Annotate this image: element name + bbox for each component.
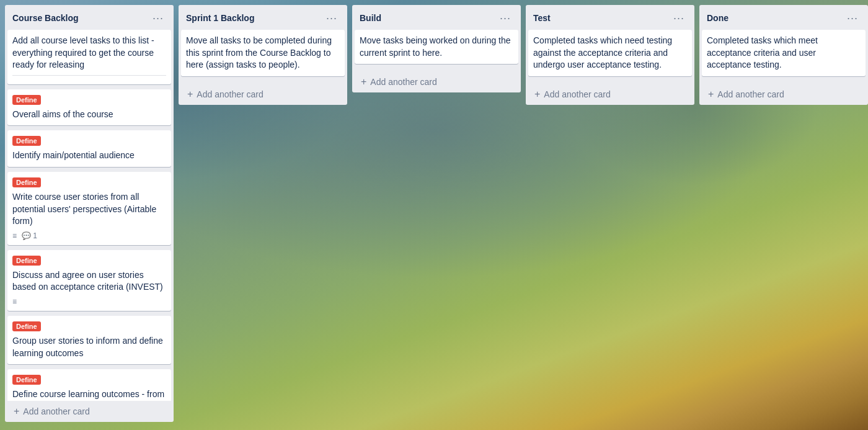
card-text: Write course user stories from all poten… — [12, 191, 166, 228]
column-sprint-1-backlog: Sprint 1 Backlog···Move all tasks to be … — [179, 5, 347, 105]
card-label: Define — [12, 177, 41, 187]
cards-container-sprint-1-backlog: Move all tasks to be completed during th… — [179, 30, 347, 84]
card-label: Define — [12, 375, 41, 385]
add-card-btn-test[interactable]: +Add another card — [528, 84, 692, 105]
card-label: Define — [12, 95, 41, 105]
add-card-btn-sprint-1-backlog[interactable]: +Add another card — [181, 84, 345, 105]
card-text: Overall aims of the course — [12, 109, 166, 121]
cards-container-build: Move tasks being worked on during the cu… — [352, 30, 521, 71]
add-card-btn-course-backlog[interactable]: +Add another card — [7, 401, 171, 422]
kanban-board: Course Backlog···Add all course level ta… — [0, 0, 868, 430]
lines-icon: ≡ — [12, 297, 17, 306]
card[interactable]: Move all tasks to be completed during th… — [181, 30, 345, 76]
plus-icon: + — [534, 89, 540, 100]
lines-icon: ≡ — [12, 231, 17, 240]
add-card-label: Add another card — [717, 89, 784, 99]
cards-container-done: Completed tasks which meet acceptance cr… — [699, 30, 868, 84]
card[interactable]: Completed tasks which meet acceptance cr… — [702, 30, 866, 76]
column-course-backlog: Course Backlog···Add all course level ta… — [5, 5, 174, 422]
add-card-label: Add another card — [370, 77, 436, 87]
card[interactable]: DefineDefine course learning outcomes - … — [7, 369, 171, 401]
plus-icon: + — [708, 89, 714, 100]
card-text: Discuss and agree on user stories based … — [12, 269, 166, 293]
card[interactable]: DefineIdentify main/potential audience — [7, 130, 171, 167]
cards-container-course-backlog: Add all course level tasks to this list … — [5, 30, 174, 401]
plus-icon: + — [361, 76, 366, 87]
card-meta: ≡ — [12, 297, 166, 306]
column-header-test: Test··· — [526, 5, 694, 30]
column-menu-btn-course-backlog[interactable]: ··· — [150, 11, 166, 25]
card-label: Define — [12, 136, 41, 146]
column-done: Done···Completed tasks which meet accept… — [699, 5, 868, 105]
card[interactable]: Add all course level tasks to this list … — [7, 30, 171, 84]
comment-icon: 💬 1 — [22, 231, 37, 240]
card-text: Move all tasks to be completed during th… — [186, 35, 340, 71]
card-label: Define — [12, 256, 41, 266]
plus-icon: + — [14, 406, 19, 417]
column-title-done: Done — [707, 13, 728, 23]
cards-container-test: Completed tasks which need testing again… — [526, 30, 694, 84]
column-test: Test···Completed tasks which need testin… — [526, 5, 694, 105]
column-title-sprint-1-backlog: Sprint 1 Backlog — [186, 13, 254, 23]
card-text: Add all course level tasks to this list … — [12, 35, 166, 71]
add-card-btn-done[interactable]: +Add another card — [702, 84, 866, 105]
card-divider — [12, 75, 166, 76]
column-header-sprint-1-backlog: Sprint 1 Backlog··· — [179, 5, 347, 30]
card[interactable]: DefineOverall aims of the course — [7, 89, 171, 126]
column-title-test: Test — [533, 13, 551, 23]
add-card-btn-build[interactable]: +Add another card — [355, 71, 518, 92]
card-label: Define — [12, 321, 41, 331]
card-text: Completed tasks which meet acceptance cr… — [707, 35, 861, 71]
add-card-label: Add another card — [544, 89, 610, 99]
add-card-label: Add another card — [197, 89, 263, 99]
card[interactable]: DefineWrite course user stories from all… — [7, 172, 171, 245]
card-text: Identify main/potential audience — [12, 150, 166, 162]
card-text: Move tasks being worked on during the cu… — [360, 35, 513, 59]
card-text: Group user stories to inform and define … — [12, 335, 166, 359]
column-header-course-backlog: Course Backlog··· — [5, 5, 174, 30]
column-header-build: Build··· — [352, 5, 521, 30]
add-card-label: Add another card — [23, 406, 89, 416]
card[interactable]: DefineGroup user stories to inform and d… — [7, 316, 171, 364]
column-build: Build···Move tasks being worked on durin… — [352, 5, 521, 92]
card-meta: ≡💬 1 — [12, 231, 166, 240]
column-menu-btn-done[interactable]: ··· — [844, 11, 861, 25]
column-menu-btn-sprint-1-backlog[interactable]: ··· — [324, 11, 340, 25]
card[interactable]: DefineDiscuss and agree on user stories … — [7, 250, 171, 311]
card[interactable]: Move tasks being worked on during the cu… — [355, 30, 518, 64]
column-title-build: Build — [360, 13, 381, 23]
column-menu-btn-test[interactable]: ··· — [671, 11, 687, 25]
card[interactable]: Completed tasks which need testing again… — [528, 30, 692, 76]
column-title-course-backlog: Course Backlog — [12, 13, 79, 23]
plus-icon: + — [187, 89, 193, 100]
column-menu-btn-build[interactable]: ··· — [497, 11, 513, 25]
card-text: Completed tasks which need testing again… — [533, 35, 687, 71]
column-header-done: Done··· — [699, 5, 868, 30]
card-text: Define course learning outcomes - from u… — [12, 388, 166, 401]
